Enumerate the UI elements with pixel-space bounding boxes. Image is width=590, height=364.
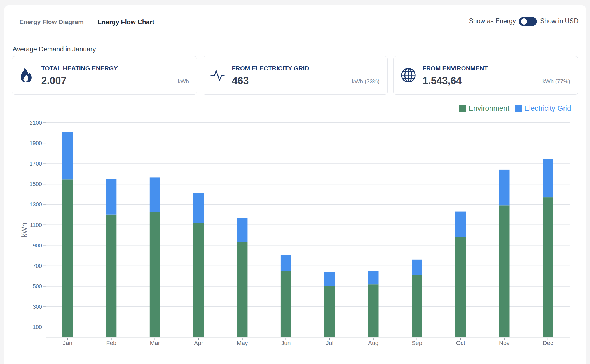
svg-text:500: 500 bbox=[33, 283, 42, 289]
svg-text:Jan: Jan bbox=[63, 340, 72, 346]
svg-text:Mar: Mar bbox=[150, 340, 160, 346]
svg-text:700: 700 bbox=[33, 263, 42, 269]
svg-text:May: May bbox=[237, 340, 248, 346]
svg-text:Jul: Jul bbox=[326, 340, 333, 346]
svg-text:Dec: Dec bbox=[543, 340, 553, 346]
svg-text:1300: 1300 bbox=[30, 201, 42, 207]
svg-text:Oct: Oct bbox=[456, 340, 465, 346]
svg-text:Nov: Nov bbox=[499, 340, 510, 346]
svg-text:Apr: Apr bbox=[194, 340, 203, 346]
svg-text:1700: 1700 bbox=[30, 160, 42, 167]
svg-text:kWh: kWh bbox=[20, 223, 28, 237]
svg-text:900: 900 bbox=[33, 242, 42, 249]
svg-text:100: 100 bbox=[33, 324, 42, 330]
svg-text:Feb: Feb bbox=[106, 340, 116, 346]
svg-text:1100: 1100 bbox=[30, 222, 42, 228]
svg-text:1900: 1900 bbox=[30, 140, 42, 146]
svg-text:1500: 1500 bbox=[30, 181, 42, 187]
svg-text:Jun: Jun bbox=[281, 340, 291, 346]
svg-text:300: 300 bbox=[33, 304, 42, 310]
svg-text:Electricity Grid: Electricity Grid bbox=[524, 104, 571, 112]
svg-text:Environment: Environment bbox=[469, 104, 510, 112]
svg-text:2100: 2100 bbox=[30, 120, 42, 126]
svg-text:Aug: Aug bbox=[368, 340, 378, 346]
svg-text:Sep: Sep bbox=[412, 340, 422, 346]
